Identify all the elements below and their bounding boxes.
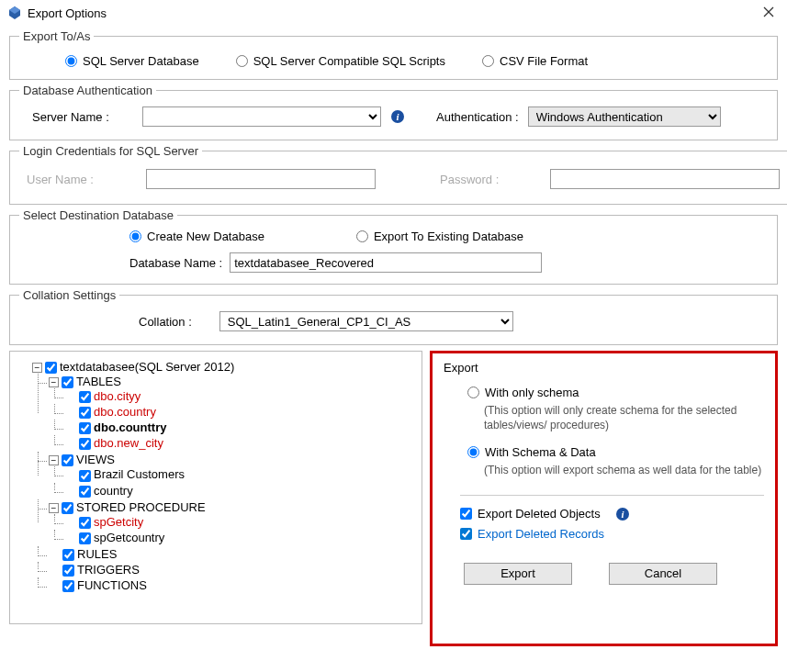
tree-item-dbo-counttry[interactable]: dbo.counttry — [94, 420, 166, 434]
radio-csv-input[interactable] — [482, 55, 494, 67]
tree-toggle-icon[interactable]: − — [32, 363, 42, 373]
collation-select[interactable]: SQL_Latin1_General_CP1_CI_AS — [219, 311, 513, 331]
tree-views-label: VIEWS — [76, 453, 115, 466]
radio-existing-db-label: Export To Existing Database — [374, 230, 523, 243]
authentication-label: Authentication : — [436, 110, 519, 124]
username-input — [146, 169, 376, 189]
tree-toggle-icon[interactable]: − — [49, 455, 59, 465]
tree-check[interactable] — [79, 422, 91, 434]
tree-check[interactable] — [79, 470, 91, 482]
tree-item-country-view[interactable]: country — [94, 484, 133, 498]
tree-toggle-icon[interactable]: − — [49, 503, 59, 513]
password-label: Password : — [440, 173, 523, 186]
radio-scripts[interactable]: SQL Server Compatible SQL Scripts — [236, 54, 445, 68]
dbname-input[interactable] — [230, 252, 542, 273]
radio-csv-label: CSV File Format — [500, 54, 588, 68]
app-icon — [7, 6, 22, 20]
auth-fieldset: Database Authentication Server Name : i … — [9, 84, 778, 140]
export-to-fieldset: Export To/As SQL Server Database SQL Ser… — [9, 29, 778, 80]
radio-schema-only-input[interactable] — [467, 386, 479, 398]
radio-schema-data[interactable]: With Schema & Data — [467, 445, 764, 459]
collation-legend: Collation Settings — [19, 288, 119, 302]
radio-sql-server[interactable]: SQL Server Database — [65, 54, 199, 68]
tree-check-root[interactable] — [45, 362, 57, 374]
info-icon[interactable]: i — [390, 109, 405, 124]
server-name-select[interactable] — [142, 106, 381, 127]
export-panel: Export With only schema (This option wil… — [430, 351, 778, 646]
login-legend: Login Credentials for SQL Server — [19, 144, 202, 158]
dest-legend: Select Destination Database — [19, 208, 177, 222]
radio-sql-server-input[interactable] — [65, 55, 77, 67]
username-label: User Name : — [27, 173, 118, 186]
info-icon[interactable]: i — [615, 507, 630, 521]
radio-create-db-label: Create New Database — [147, 230, 264, 243]
dest-fieldset: Select Destination Database Create New D… — [9, 208, 778, 285]
tree-check-triggers[interactable] — [62, 565, 74, 577]
deleted-objects-label: Export Deleted Objects — [478, 507, 601, 521]
tree-item-dbo-cityy[interactable]: dbo.cityy — [94, 389, 141, 403]
radio-create-db[interactable]: Create New Database — [129, 230, 264, 243]
export-button[interactable]: Export — [464, 563, 572, 585]
radio-create-db-input[interactable] — [129, 230, 141, 242]
tree-item-dbo-newcity[interactable]: dbo.new_city — [94, 436, 163, 450]
radio-existing-db-input[interactable] — [356, 230, 368, 242]
tree-item-spgetcity[interactable]: spGetcity — [94, 515, 143, 529]
tree-rules-label[interactable]: RULES — [77, 547, 117, 561]
password-input — [550, 169, 780, 189]
check-deleted-records[interactable] — [460, 528, 472, 540]
radio-schema-only[interactable]: With only schema — [467, 386, 764, 399]
tree-check[interactable] — [79, 517, 91, 529]
tree-triggers-label[interactable]: TRIGGERS — [77, 563, 140, 577]
auth-legend: Database Authentication — [19, 84, 156, 97]
radio-scripts-label: SQL Server Compatible SQL Scripts — [253, 54, 445, 68]
schema-only-desc: (This option will only create schema for… — [484, 403, 764, 432]
tree-functions-label[interactable]: FUNCTIONS — [77, 578, 147, 592]
titlebar: Export Options — [0, 0, 787, 26]
check-deleted-objects[interactable] — [460, 508, 472, 520]
radio-schema-only-label: With only schema — [485, 386, 579, 399]
radio-scripts-input[interactable] — [236, 55, 248, 67]
radio-sql-server-label: SQL Server Database — [83, 54, 199, 68]
tree-check-rules[interactable] — [62, 549, 74, 561]
export-section-title: Export — [444, 361, 764, 375]
object-tree[interactable]: −textdatabasee(SQL Server 2012) −TABLES … — [9, 351, 422, 624]
tree-item-spgetcountry[interactable]: spGetcountry — [94, 531, 164, 544]
tree-check-tables[interactable] — [62, 376, 73, 388]
window-title: Export Options — [28, 6, 758, 20]
tree-check[interactable] — [79, 438, 91, 450]
tree-check[interactable] — [79, 532, 91, 544]
tree-check[interactable] — [79, 407, 91, 419]
tree-check[interactable] — [79, 486, 91, 498]
cancel-button[interactable]: Cancel — [609, 563, 717, 585]
export-to-legend: Export To/As — [19, 29, 94, 43]
server-name-label: Server Name : — [32, 110, 133, 124]
radio-schema-data-label: With Schema & Data — [485, 445, 596, 459]
login-fieldset: Login Credentials for SQL Server User Na… — [9, 144, 787, 205]
close-icon[interactable] — [758, 6, 780, 20]
tree-tables-label: TABLES — [76, 375, 121, 388]
tree-check[interactable] — [79, 391, 91, 403]
deleted-records-label: Export Deleted Records — [478, 527, 604, 541]
tree-check-sp[interactable] — [62, 502, 73, 514]
tree-toggle-icon[interactable]: − — [49, 377, 59, 387]
tree-root-label: textdatabasee(SQL Server 2012) — [60, 360, 234, 374]
schema-data-desc: (This option will export schema as well … — [484, 463, 764, 477]
radio-csv[interactable]: CSV File Format — [482, 54, 588, 68]
collation-label: Collation : — [139, 315, 192, 329]
tree-check-views[interactable] — [62, 454, 73, 466]
dbname-label: Database Name : — [129, 256, 222, 270]
authentication-select[interactable]: Windows Authentication — [528, 106, 721, 127]
radio-schema-data-input[interactable] — [467, 446, 479, 458]
tree-sp-label: STORED PROCEDURE — [76, 500, 206, 514]
collation-fieldset: Collation Settings Collation : SQL_Latin… — [9, 288, 778, 345]
tree-item-brazil[interactable]: Brazil Customers — [94, 467, 185, 481]
tree-check-functions[interactable] — [62, 580, 74, 592]
radio-existing-db[interactable]: Export To Existing Database — [356, 230, 523, 243]
tree-item-dbo-country[interactable]: dbo.country — [94, 405, 156, 419]
